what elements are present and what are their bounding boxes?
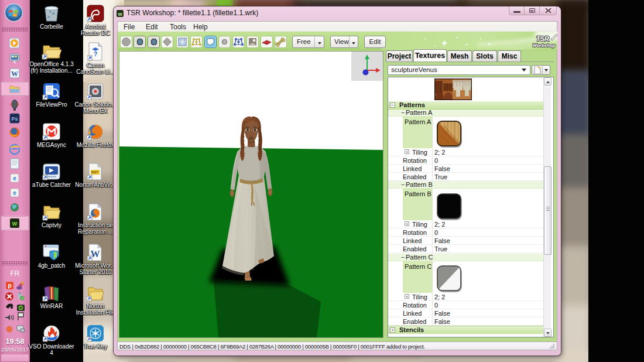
svg-text:W: W <box>118 12 122 17</box>
svg-text:TSR: TSR <box>536 35 549 42</box>
svg-text:Ps: Ps <box>11 116 18 122</box>
svg-text:e: e <box>13 190 16 196</box>
svg-text:e: e <box>13 175 16 182</box>
svg-text:Workshop: Workshop <box>533 43 556 48</box>
svg-text:?: ? <box>94 50 98 57</box>
svg-text:W: W <box>11 70 18 78</box>
svg-text:W: W <box>12 221 18 227</box>
svg-text:p: p <box>8 282 11 289</box>
